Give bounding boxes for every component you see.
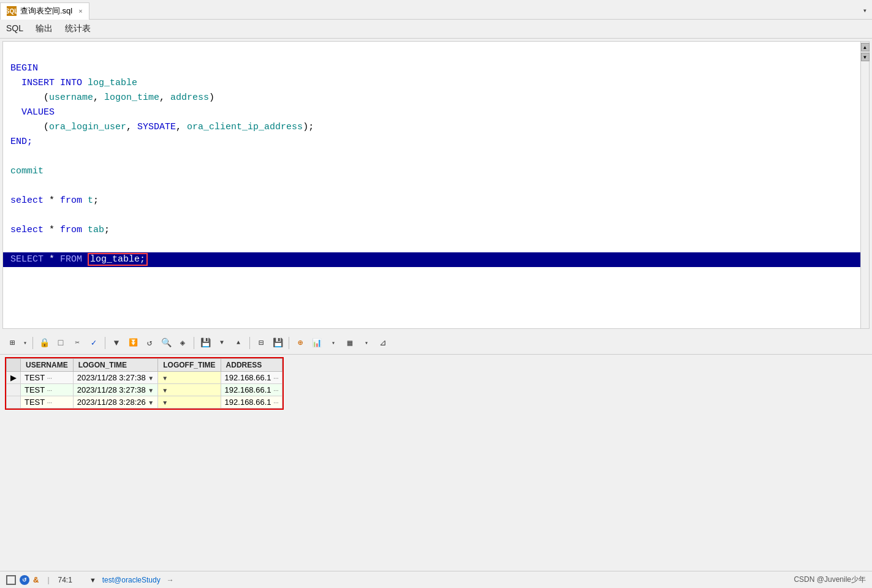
- row-indicator-2: [7, 384, 21, 396]
- tab-title: 查询表空间.sql: [20, 6, 72, 17]
- editor-container: BEGIN INSERT INTO log_table (username, l…: [2, 41, 870, 329]
- cell-address-2[interactable]: 192.168.66.1 ···: [221, 384, 282, 396]
- cell-username-1[interactable]: TEST ···: [21, 372, 74, 384]
- status-left-icons: ↺ &: [6, 575, 39, 585]
- results-header-row: USERNAME LOGON_TIME LOGOFF_TIME ADDRESS: [7, 359, 282, 372]
- status-line-col: 74:1: [58, 576, 72, 584]
- table-row: ▶ TEST ··· 2023/11/28 3:27:38 ▼ ▼ 192.16…: [7, 372, 282, 384]
- cell-logon-3[interactable]: 2023/11/28 3:28:26 ▼: [73, 396, 158, 409]
- editor-scrollbar: ▲ ▼: [860, 42, 869, 328]
- row-num-header: [7, 359, 21, 372]
- cell-logoff-3[interactable]: ▼: [158, 396, 221, 409]
- cell-logon-2[interactable]: 2023/11/28 3:27:38 ▼: [73, 384, 158, 396]
- grid-btn[interactable]: ⊞: [5, 336, 20, 350]
- scroll-up-btn[interactable]: ▲: [861, 43, 870, 51]
- down2-btn[interactable]: ⏬: [126, 336, 140, 350]
- save-down-btn[interactable]: ▼: [214, 336, 229, 350]
- status-arrow: →: [167, 576, 174, 584]
- save-up-btn[interactable]: ▲: [231, 336, 246, 350]
- tab-close-btn[interactable]: ×: [78, 7, 82, 15]
- save-btn[interactable]: 💾: [198, 336, 213, 350]
- filter-btn[interactable]: ⊿: [376, 336, 390, 350]
- down-btn[interactable]: ▼: [109, 336, 124, 350]
- sep5: [289, 337, 289, 349]
- tab-dropdown-btn[interactable]: ▾: [858, 4, 872, 18]
- chart-dropdown-btn[interactable]: ▾: [326, 336, 341, 350]
- lock-btn[interactable]: 🔒: [37, 336, 51, 350]
- row-indicator-1: ▶: [7, 372, 21, 384]
- sep2: [105, 337, 105, 349]
- table-dropdown-btn[interactable]: ▾: [359, 336, 374, 350]
- cell-address-3[interactable]: 192.168.66.1 ···: [221, 396, 282, 409]
- status-copyright: CSDN @Juvenile少年: [794, 575, 866, 585]
- results-table: USERNAME LOGON_TIME LOGOFF_TIME ADDRESS …: [6, 358, 282, 409]
- menu-bar: SQL 输出 统计表: [0, 20, 872, 39]
- check-btn[interactable]: ✓: [86, 336, 101, 350]
- col-logon-time[interactable]: LOGON_TIME: [73, 359, 158, 372]
- table-btn[interactable]: ▦: [343, 336, 357, 350]
- cell-logoff-2[interactable]: ▼: [158, 384, 221, 396]
- new-btn[interactable]: □: [53, 336, 68, 350]
- cell-address-1[interactable]: 192.168.66.1 ···: [221, 372, 282, 384]
- scroll-down-btn[interactable]: ▼: [861, 53, 870, 61]
- sep1: [32, 337, 33, 349]
- table-row: TEST ··· 2023/11/28 3:28:26 ▼ ▼ 192.168.…: [7, 396, 282, 409]
- editor-content[interactable]: BEGIN INSERT INTO log_table (username, l…: [3, 42, 860, 328]
- col-address[interactable]: ADDRESS: [221, 359, 282, 372]
- binoculars-btn[interactable]: 🔍: [159, 336, 173, 350]
- cell-logon-1[interactable]: 2023/11/28 3:27:38 ▼: [73, 372, 158, 384]
- status-box-icon: [6, 575, 16, 585]
- cut-btn[interactable]: ✂: [70, 336, 85, 350]
- eraser-btn[interactable]: ◈: [175, 336, 190, 350]
- sql-tab[interactable]: SQL 查询表空间.sql ×: [0, 2, 89, 20]
- status-connection-indicator: ▼: [89, 576, 96, 584]
- cell-logoff-1[interactable]: ▼: [158, 372, 221, 384]
- status-bar: ↺ & | 74:1 ▼ test@oracleStudy → CSDN @Ju…: [0, 571, 872, 588]
- sep3: [194, 337, 194, 349]
- refresh-btn[interactable]: ↺: [142, 336, 157, 350]
- menu-sql[interactable]: SQL: [6, 23, 23, 34]
- save2-btn[interactable]: 💾: [270, 336, 285, 350]
- toolbar: ⊞ ▾ 🔒 □ ✂ ✓ ▼ ⏬ ↺ 🔍 ◈ 💾 ▼ ▲ ⊟ 💾 ⊕ 📊 ▾ ▦ …: [0, 331, 872, 355]
- status-circle-icon: ↺: [20, 575, 29, 585]
- connect-btn[interactable]: ⊟: [254, 336, 268, 350]
- col-logoff-time[interactable]: LOGOFF_TIME: [158, 359, 221, 372]
- grid-dropdown-btn[interactable]: ▾: [21, 336, 29, 350]
- tab-bar: SQL 查询表空间.sql × ▾: [0, 0, 872, 20]
- results-area: USERNAME LOGON_TIME LOGOFF_TIME ADDRESS …: [2, 355, 870, 415]
- menu-output[interactable]: 输出: [36, 23, 53, 34]
- cell-username-3[interactable]: TEST ···: [21, 396, 74, 409]
- sep4: [249, 337, 250, 349]
- col-username[interactable]: USERNAME: [21, 359, 74, 372]
- status-connection[interactable]: test@oracleStudy: [102, 576, 161, 584]
- chart-btn[interactable]: 📊: [309, 336, 324, 350]
- cell-username-2[interactable]: TEST ···: [21, 384, 74, 396]
- table-row: TEST ··· 2023/11/28 3:27:38 ▼ ▼ 192.168.…: [7, 384, 282, 396]
- menu-stats[interactable]: 统计表: [65, 23, 91, 34]
- status-amp-icon: &: [33, 575, 39, 584]
- schema-btn[interactable]: ⊕: [293, 336, 308, 350]
- results-outline: USERNAME LOGON_TIME LOGOFF_TIME ADDRESS …: [5, 357, 284, 410]
- sql-tab-icon: SQL: [7, 6, 17, 16]
- row-indicator-3: [7, 396, 21, 409]
